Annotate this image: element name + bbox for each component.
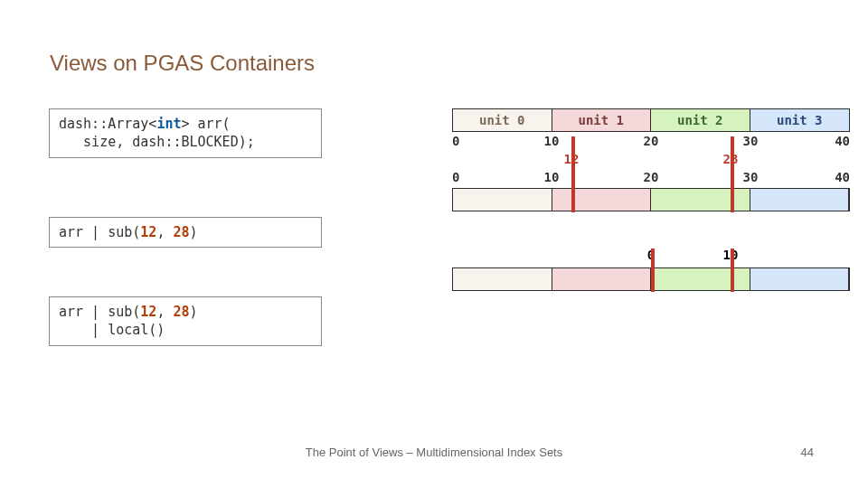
code-text: , [156,304,173,320]
code-num: 12 [140,224,156,240]
code-box-array-decl: dash::Array<int> arr( size, dash::BLOCKE… [49,108,322,158]
code-num: 12 [140,304,156,320]
sub-lo-marker [571,136,575,212]
tick2-0: 0 [452,170,459,184]
local-view-bar [452,267,850,291]
diagram: unit 0 unit 1 unit 2 unit 3 0 10 20 30 4… [452,108,850,291]
code-box-sub: arr | sub(12, 28) [49,217,322,248]
unit-2: unit 2 [651,109,750,131]
code-text: arr | sub( [59,304,140,320]
local-seg-3 [750,268,850,290]
tick2-30: 30 [743,170,759,184]
tick-20: 20 [644,134,659,148]
code-text: ) [190,224,198,240]
page-number: 44 [801,446,814,459]
code-type-kw: int [156,116,181,132]
sub-seg-1 [552,189,652,211]
sub-hi-marker [731,136,734,212]
units-bar: unit 0 unit 1 unit 2 unit 3 [452,108,850,132]
code-text: dash::Array< [59,116,156,132]
footer-text: The Point of Views – Multidimensional In… [0,446,868,459]
unit-1: unit 1 [552,109,652,131]
tick-10: 10 [544,134,560,148]
tick-30: 30 [743,134,759,148]
sub-range-labels: 12 28 [452,152,850,168]
sub-view-bar [452,188,850,211]
global-index-row: 0 10 20 30 40 [452,134,850,150]
tick-40: 40 [835,134,850,148]
code-box-sub-local: arr | sub(12, 28) | local() [49,296,322,346]
code-num: 28 [173,224,189,240]
sub-seg-0 [453,189,552,211]
global-index-row-2: 0 10 20 30 40 [452,170,850,186]
local-lo-marker [651,249,655,292]
code-text: , [156,224,173,240]
page-title: Views on PGAS Containers [50,51,315,76]
tick2-40: 40 [835,170,850,184]
unit-3: unit 3 [750,109,850,131]
local-seg-0 [453,268,552,290]
local-seg-1 [552,268,652,290]
sub-seg-2 [651,189,750,211]
local-hi-marker [731,249,734,292]
code-text: arr | sub( [59,224,140,240]
tick2-10: 10 [544,170,560,184]
tick-0: 0 [452,134,459,148]
local-seg-2 [651,268,750,290]
unit-0: unit 0 [453,109,552,131]
sub-seg-3 [750,189,850,211]
tick2-20: 20 [644,170,659,184]
code-num: 28 [173,304,189,320]
